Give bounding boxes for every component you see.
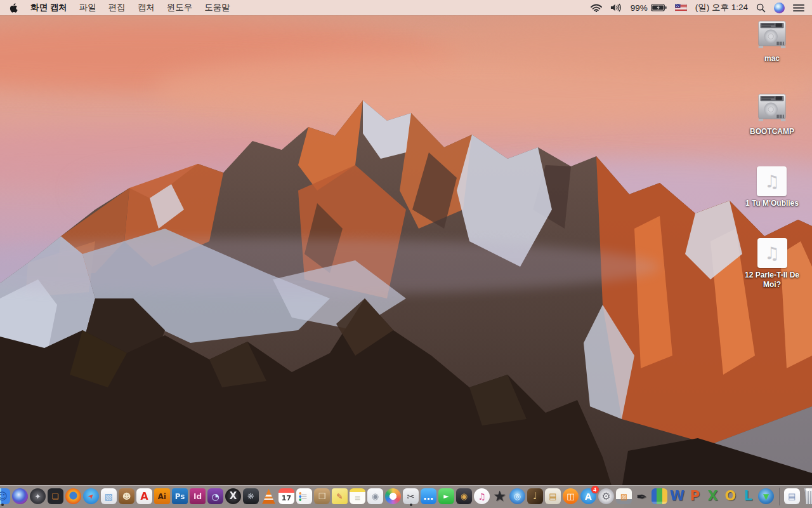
menu-bar: 화면 캡처 파일편집캡처윈도우도움말 xyxy=(0,0,812,15)
ibooks-glyph: ◫ xyxy=(566,492,574,500)
dock-grab-screen-capture[interactable]: ✂ xyxy=(403,488,419,505)
dock-photo-booth[interactable]: ◉ xyxy=(456,488,473,505)
battery-charging-icon[interactable] xyxy=(651,4,667,11)
system-preferences-icon: ⚙ xyxy=(598,488,614,504)
dock-preview[interactable]: ▧ xyxy=(101,488,117,505)
dock-safari[interactable]: ➤ xyxy=(83,488,100,505)
dock-contacts[interactable]: ☻ xyxy=(119,488,135,505)
siri-icon[interactable] xyxy=(774,3,785,13)
dock-notes[interactable]: ≡ xyxy=(350,488,366,505)
volume-icon[interactable] xyxy=(610,3,622,12)
dock-excel[interactable]: X xyxy=(705,488,721,505)
dock-xquartz[interactable]: X xyxy=(225,488,242,505)
dock-illustrator[interactable]: Ai xyxy=(154,488,171,505)
dock-app-store[interactable]: A4 xyxy=(580,488,597,505)
dock-vlc[interactable] xyxy=(261,488,277,505)
desktop-icon-mac[interactable]: mac xyxy=(756,20,789,64)
dock-photos[interactable] xyxy=(385,488,402,505)
notification-center-icon[interactable] xyxy=(793,4,804,12)
dock-messages[interactable]: … xyxy=(421,488,437,505)
menu-bar-clock[interactable]: (일) 오후 1:24 xyxy=(695,2,748,13)
dock-stickies[interactable]: ✎ xyxy=(332,488,348,505)
menu-item-4[interactable]: 도움말 xyxy=(204,2,230,13)
grab-screen-capture-glyph: ✂ xyxy=(407,492,415,501)
contacts-icon: ☻ xyxy=(119,488,134,504)
mission-control-icon: ❏ xyxy=(48,488,63,504)
calendar-icon: 17 xyxy=(278,488,294,504)
xquartz-icon: X xyxy=(225,488,241,504)
dock-unarchiver[interactable]: ❒ xyxy=(314,488,331,505)
dock-document-file[interactable]: ▤ xyxy=(784,488,801,505)
dock-publishing-app[interactable]: ▤ xyxy=(545,488,561,505)
dock-keynote-09[interactable]: ▨ xyxy=(616,488,632,505)
hard-drive-icon xyxy=(756,93,789,124)
menu-item-0[interactable]: 파일 xyxy=(79,2,96,13)
document-file-glyph: ▤ xyxy=(788,492,796,500)
publishing-app-icon: ▤ xyxy=(545,488,561,504)
notes-icon: ≡ xyxy=(350,488,365,504)
dock-siri[interactable] xyxy=(12,488,29,505)
dock-inner: ☺✦❏➤▧☻AAiPsId◔X❋17≡❒✎≡◉✂…►◉♫★◎♩▤◫A4⚙▨✒WP… xyxy=(0,485,812,508)
word-icon: W xyxy=(669,488,685,504)
dock-disc-utility[interactable]: ❋ xyxy=(243,488,259,505)
system-preferences-glyph: ⚙ xyxy=(601,491,610,502)
dock-photoshop[interactable]: Ps xyxy=(172,488,188,505)
dock-word[interactable]: W xyxy=(669,488,686,505)
dock-acrobat-reader[interactable]: A xyxy=(136,488,153,505)
apple-menu-icon[interactable] xyxy=(9,3,18,13)
numbers-09-icon xyxy=(652,488,667,504)
active-app-menu[interactable]: 화면 캡처 xyxy=(30,2,67,13)
dock-facetime[interactable]: ► xyxy=(438,488,455,505)
dock-finder[interactable]: ☺ xyxy=(0,488,11,505)
disc-utility-glyph: ❋ xyxy=(247,492,254,500)
desktop-icon-bootcamp[interactable]: BOOTCAMP xyxy=(750,93,794,137)
dock-pages-09[interactable]: ✒ xyxy=(634,488,650,505)
running-indicator xyxy=(1,504,4,506)
dock-trash-full[interactable] xyxy=(802,488,812,505)
dock-web-downloader[interactable]: ▼ xyxy=(758,488,775,505)
dock-easyfind[interactable]: ★ xyxy=(492,488,508,505)
dock-itunes[interactable]: ♫ xyxy=(474,488,490,505)
dock-garageband[interactable]: ♩ xyxy=(527,488,544,505)
dock-outlook[interactable]: O xyxy=(723,488,739,505)
dock-launchpad[interactable]: ✦ xyxy=(30,488,46,505)
dock-system-preferences[interactable]: ⚙ xyxy=(598,488,615,505)
dock-mission-control[interactable]: ❏ xyxy=(48,488,64,505)
dock-reminders[interactable]: ≡ xyxy=(296,488,313,505)
desktop-icon-1-tu-m-oublies[interactable]: ♫1 Tu M'Oublies xyxy=(745,166,799,208)
xquartz-glyph: X xyxy=(230,491,237,501)
ibooks-icon: ◫ xyxy=(563,488,579,504)
keynote-09-icon: ▨ xyxy=(616,488,632,504)
wifi-icon[interactable] xyxy=(591,4,602,12)
dock-ibooks[interactable]: ◫ xyxy=(563,488,579,505)
menu-item-2[interactable]: 캡처 xyxy=(138,2,155,13)
desktop-icon-label: 12 Parle-T-Il De Moi? xyxy=(739,271,805,290)
spotlight-icon[interactable] xyxy=(756,3,766,13)
outlook-icon: O xyxy=(723,488,738,504)
contacts-glyph: ☻ xyxy=(122,492,131,500)
dock-numbers-09[interactable] xyxy=(652,488,668,505)
dock-powerpoint[interactable]: P xyxy=(687,488,704,505)
dvd-player-icon: ◎ xyxy=(509,488,525,504)
menu-item-1[interactable]: 편집 xyxy=(108,2,126,13)
desktop-icon-column: mac BOOTCAMP♫1 Tu M'Oublies♫12 Parle-T-I… xyxy=(737,20,807,319)
outlook-glyph: O xyxy=(725,490,737,503)
safari-icon: ➤ xyxy=(83,488,99,504)
dock-lync[interactable]: L xyxy=(740,488,757,505)
app-store-glyph: A xyxy=(585,492,592,501)
us-flag-input-icon[interactable] xyxy=(675,4,687,11)
dock-firefox[interactable] xyxy=(65,488,82,505)
dock-dvd-player[interactable]: ◎ xyxy=(509,488,526,505)
sierra-wallpaper xyxy=(0,0,812,508)
image-capture-glyph: ◉ xyxy=(372,492,379,500)
dock-image-capture[interactable]: ◉ xyxy=(367,488,384,505)
document-file-icon: ▤ xyxy=(784,488,800,504)
dock-toast-titanium[interactable]: ◔ xyxy=(207,488,224,505)
menu-item-3[interactable]: 윈도우 xyxy=(167,2,193,13)
desktop-icon-12-parle-t-il-de-moi[interactable]: ♫12 Parle-T-Il De Moi? xyxy=(739,238,805,290)
dock-indesign[interactable]: Id xyxy=(190,488,206,505)
safari-glyph: ➤ xyxy=(86,491,95,500)
dock-calendar[interactable]: 17 xyxy=(278,488,295,505)
photos-icon xyxy=(385,488,401,504)
grab-screen-capture-icon: ✂ xyxy=(403,488,419,504)
